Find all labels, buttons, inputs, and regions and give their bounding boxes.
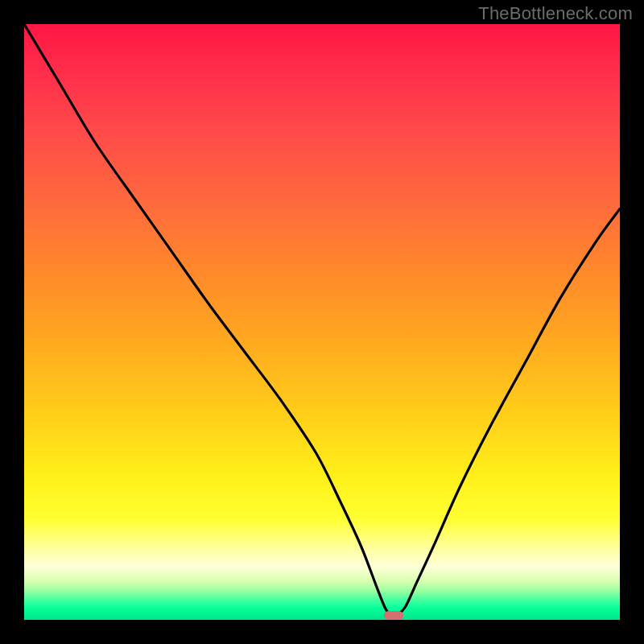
plot-area [24, 24, 620, 620]
bottleneck-curve [24, 24, 620, 616]
watermark-text: TheBottleneck.com [478, 3, 633, 24]
curve-layer [24, 24, 620, 620]
chart-frame: TheBottleneck.com [0, 0, 644, 644]
minimum-marker [384, 611, 403, 620]
